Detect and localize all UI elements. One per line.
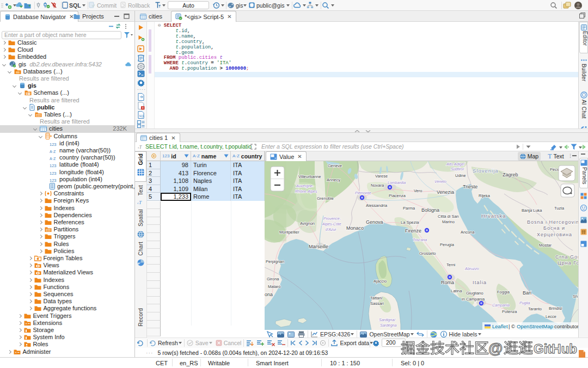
svg-text:Campania: Campania xyxy=(492,303,510,308)
svg-text:Toscana: Toscana xyxy=(413,238,427,242)
svg-text:A·Z: A·Z xyxy=(50,157,56,161)
svg-text:Südtirol: Südtirol xyxy=(451,167,464,171)
svg-text:SQL: SQL xyxy=(139,114,145,118)
svg-text:d'Azur: d'Azur xyxy=(326,228,336,231)
svg-text:Alessandria: Alessandria xyxy=(366,203,388,208)
svg-text:Abruzzo: Abruzzo xyxy=(464,267,479,271)
svg-text:Marseille: Marseille xyxy=(309,244,328,249)
svg-text:Potenza: Potenza xyxy=(502,309,517,314)
svg-text:in Campania: in Campania xyxy=(462,297,485,302)
svg-text:Puglia: Puglia xyxy=(519,301,530,305)
svg-text:Montpellier: Montpellier xyxy=(279,230,299,235)
svg-text:Sassari: Sassari xyxy=(370,301,384,306)
svg-text:Tuzla: Tuzla xyxy=(554,206,565,211)
svg-text:Bologna: Bologna xyxy=(421,207,439,213)
svg-text:Trieste: Trieste xyxy=(463,184,477,189)
svg-text:123: 123 xyxy=(50,177,57,182)
svg-text:Villeurbanne: Villeurbanne xyxy=(298,174,321,179)
svg-text:Alpes-Côte: Alpes-Côte xyxy=(322,222,341,226)
svg-text:OpenStreetMap: OpenStreetMap xyxy=(517,323,553,329)
svg-text:Grenoble: Grenoble xyxy=(317,196,334,201)
svg-text:Lombardia: Lombardia xyxy=(388,181,406,185)
svg-text:Ajaccio: Ajaccio xyxy=(373,279,387,284)
svg-text:Genova: Genova xyxy=(366,219,383,225)
svg-text:Novara: Novara xyxy=(371,183,384,188)
svg-text:La Spezia: La Spezia xyxy=(401,220,419,225)
svg-text:Pécs: Pécs xyxy=(550,167,559,172)
svg-text:Auvergne-: Auvergne- xyxy=(296,184,314,188)
svg-text:contributors: contributors xyxy=(554,323,578,329)
svg-text:Monaco: Monaco xyxy=(346,225,364,231)
svg-text:Mostar: Mostar xyxy=(539,243,552,248)
svg-text:Firenze: Firenze xyxy=(405,228,421,234)
svg-text:Босна и: Босна и xyxy=(543,225,565,231)
svg-text:©: © xyxy=(511,323,515,329)
svg-text:Geneve: Geneve xyxy=(328,163,342,168)
svg-text:Grosseto: Grosseto xyxy=(419,251,436,256)
svg-text:Foggia: Foggia xyxy=(497,290,510,295)
svg-text:‹T: ‹T xyxy=(138,145,142,150)
svg-text:123: 123 xyxy=(50,170,57,175)
svg-text:A·Z: A·Z xyxy=(50,150,56,154)
svg-text:Provence-: Provence- xyxy=(323,217,341,220)
svg-text:Taranto: Taranto xyxy=(528,306,542,311)
svg-text:Banja Luka: Banja Luka xyxy=(522,208,542,213)
svg-text:|: | xyxy=(509,323,510,329)
svg-text:Bari: Bari xyxy=(523,290,531,296)
svg-text:Venezia: Venezia xyxy=(437,189,454,195)
svg-text:Perpignan: Perpignan xyxy=(266,259,284,264)
svg-text:Marino: Marino xyxy=(442,219,455,224)
svg-text:Italia: Italia xyxy=(473,279,487,285)
svg-text:Avignon: Avignon xyxy=(300,221,315,226)
svg-text:Piemonte: Piemonte xyxy=(355,191,371,195)
svg-text:Latina: Latina xyxy=(451,289,462,293)
svg-text:Sh: Sh xyxy=(573,294,578,299)
svg-text:Mataró: Mataró xyxy=(268,284,280,289)
svg-text:Giugliano: Giugliano xyxy=(466,291,483,296)
svg-text:GitHub: GitHub xyxy=(534,341,577,356)
svg-text:Veneto: Veneto xyxy=(434,180,446,183)
svg-text:123: 123 xyxy=(50,142,57,146)
svg-text:Sardigna/: Sardigna/ xyxy=(379,318,396,322)
svg-text:123: 123 xyxy=(50,163,57,168)
svg-text:Brindisi: Brindisi xyxy=(549,306,562,311)
svg-text:Leaflet: Leaflet xyxy=(492,323,508,329)
svg-text:Црна Го: Црна Го xyxy=(558,260,578,266)
svg-text:@: @ xyxy=(488,341,503,357)
svg-text:Annecy: Annecy xyxy=(327,177,340,182)
svg-text:Херцеговина: Херцеговина xyxy=(537,232,572,237)
svg-text:Crna Gor: Crna Gor xyxy=(555,254,578,260)
svg-text:Vero: Vero xyxy=(414,188,422,193)
svg-text:Città di San: Città di San xyxy=(438,214,459,219)
svg-text:Zagreb: Zagreb xyxy=(503,172,518,177)
svg-text:ona: ona xyxy=(265,292,273,297)
svg-text:Tattari/: Tattari/ xyxy=(370,296,383,300)
svg-text:Piacenza: Piacenza xyxy=(389,193,406,198)
svg-text:Lecce: Lecce xyxy=(546,314,556,319)
svg-text:‹T: ‹T xyxy=(137,200,142,205)
svg-text:Udine: Udine xyxy=(455,173,466,178)
svg-text:Sardegna: Sardegna xyxy=(380,323,396,328)
svg-text:Parma: Parma xyxy=(403,206,415,211)
svg-text:Rijeka: Rijeka xyxy=(479,193,491,198)
svg-text:Hrvatska: Hrvatska xyxy=(481,213,506,219)
svg-text:Slovenija: Slovenija xyxy=(473,168,499,174)
svg-text:Bosna i Hercegovina: Bosna i Hercegovina xyxy=(527,219,578,225)
svg-text:Rhône-Alpes: Rhône-Alpes xyxy=(295,189,317,194)
svg-text:Terni: Terni xyxy=(446,262,456,267)
svg-text:Ancona: Ancona xyxy=(461,230,475,235)
svg-text:Perugia: Perugia xyxy=(440,242,455,247)
svg-text:Alto Adige/: Alto Adige/ xyxy=(446,162,465,167)
svg-text:Varese: Varese xyxy=(375,174,388,179)
svg-text:Girona: Girona xyxy=(267,277,279,281)
svg-text:Roma: Roma xyxy=(441,280,454,285)
